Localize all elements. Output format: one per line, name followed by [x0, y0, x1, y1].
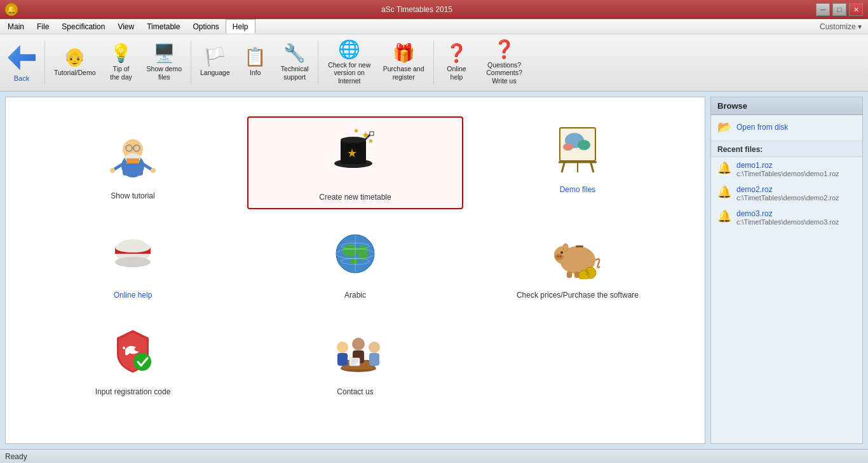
title-bar: 🔔 aSc Timetables 2015 ─ □ ✕ [0, 0, 868, 19]
grid-item-input-reg[interactable]: Input registration code [25, 319, 241, 403]
toolbar-tipday-btn[interactable]: 💡 Tip ofthe day [102, 37, 140, 88]
open-from-disk-button[interactable]: 📂 Open from disk [711, 115, 862, 139]
info-icon: 📋 [244, 48, 266, 66]
toolbar-tutorial-btn[interactable]: 👴 Tutorial/Demo [49, 37, 101, 88]
online-help-icon [107, 228, 158, 286]
menu-options[interactable]: Options [186, 19, 225, 34]
toolbar-info-btn[interactable]: 📋 Info [236, 37, 275, 88]
file-name-2: demo2.roz [736, 185, 839, 194]
back-label: Back [14, 74, 29, 82]
grid-item-demo-files[interactable]: Demo files [470, 116, 686, 209]
open-from-disk-label: Open from disk [736, 123, 788, 132]
demo-files-label: Demo files [560, 185, 596, 194]
sidebar: Browse 📂 Open from disk Recent files: 🔔 … [710, 97, 863, 444]
svg-rect-49 [576, 245, 583, 247]
input-reg-label: Input registration code [95, 387, 171, 396]
grid-item-create-timetable[interactable]: ★ ★ ★ ★ Create new timetable [247, 116, 463, 209]
file-info-3: demo3.roz c:\TimetTables\demos\demo3.roz [736, 209, 839, 226]
svg-rect-13 [370, 132, 374, 135]
svg-rect-11 [126, 158, 139, 163]
svg-point-56 [123, 347, 125, 349]
language-icon: 🏳️ [204, 48, 226, 66]
toolbar-showdemo-btn[interactable]: 🖥️ Show demofiles [142, 37, 187, 88]
toolbar-questions-btn[interactable]: ❓ Questions?Comments? Write us [477, 37, 532, 88]
questions-icon: ❓ [493, 41, 515, 59]
toolbar-checkver-btn[interactable]: 🌐 Check for newversion on Internet [322, 37, 377, 88]
grid-item-online-help[interactable]: Online help [25, 222, 241, 306]
toolbar-checkver-label: Check for newversion on Internet [327, 61, 372, 85]
menu-specification[interactable]: Specification [55, 19, 111, 34]
menu-file[interactable]: File [31, 19, 55, 34]
svg-rect-50 [567, 272, 572, 278]
tutorial-icon: 👴 [64, 48, 86, 66]
minimize-button[interactable]: ─ [816, 3, 830, 16]
toolbar-onlinehelp-label: Onlinehelp [447, 65, 466, 81]
grid-item-contact-us[interactable]: Contact us [247, 319, 463, 403]
toolbar-purchase-label: Purchase andregister [383, 65, 424, 81]
status-bar: Ready [0, 449, 868, 463]
title-bar-left: 🔔 [5, 3, 18, 16]
svg-point-44 [555, 254, 564, 260]
recent-file-3[interactable]: 🔔 demo3.roz c:\TimetTables\demos\demo3.r… [711, 205, 862, 230]
toolbar-language-label: Language [200, 69, 230, 77]
contact-us-label: Contact us [337, 387, 373, 396]
magic-hat-icon: ★ ★ ★ ★ [327, 124, 384, 188]
main-grid: Show tutorial ★ ★ ★ [18, 110, 692, 409]
svg-point-60 [337, 342, 348, 353]
purchase-icon: 🎁 [393, 45, 415, 62]
piggy-bank-icon: $ [549, 228, 606, 286]
technical-icon: 🔧 [283, 45, 306, 62]
menu-help[interactable]: Help [226, 19, 255, 34]
svg-text:$: $ [585, 269, 589, 276]
shield-icon [107, 325, 158, 382]
grid-item-arabic[interactable]: Arabic [247, 222, 463, 306]
back-button[interactable]: Back [3, 37, 41, 88]
bell-icon-1: 🔔 [717, 161, 731, 175]
toolbar-technical-label: Technicalsupport [281, 65, 309, 81]
globe-icon [330, 228, 381, 286]
svg-point-26 [578, 140, 590, 150]
tutorial-label: Show tutorial [111, 191, 154, 200]
recent-file-2[interactable]: 🔔 demo2.roz c:\TimetTables\demos\demo2.r… [711, 181, 862, 205]
app-icon: 🔔 [5, 3, 18, 16]
menu-main[interactable]: Main [1, 19, 31, 34]
recent-file-1[interactable]: 🔔 demo1.roz c:\TimetTables\demos\demo1.r… [711, 157, 862, 181]
toolbar-separator-4 [433, 41, 434, 85]
svg-rect-65 [369, 353, 379, 366]
grid-item-show-tutorial[interactable]: Show tutorial [25, 116, 241, 209]
showdemo-icon: 🖥️ [153, 45, 175, 62]
svg-point-46 [560, 256, 562, 258]
toolbar-separator-1 [44, 41, 45, 85]
status-text: Ready [5, 452, 27, 461]
main-area: Show tutorial ★ ★ ★ [0, 92, 868, 449]
toolbar-separator-2 [191, 41, 191, 85]
file-info-2: demo2.roz c:\TimetTables\demos\demo2.roz [736, 185, 839, 202]
check-prices-label: Check prices/Purchase the software [517, 291, 639, 300]
file-path-1: c:\TimetTables\demos\demo1.roz [736, 170, 839, 177]
file-path-3: c:\TimetTables\demos\demo3.roz [736, 218, 839, 226]
toolbar-tutorial-label: Tutorial/Demo [54, 69, 96, 77]
svg-point-47 [560, 251, 563, 254]
toolbar-purchase-btn[interactable]: 🎁 Purchase andregister [378, 37, 430, 88]
toolbar-info-label: Info [250, 69, 261, 77]
palette-icon [552, 123, 603, 180]
toolbar: Back 👴 Tutorial/Demo 💡 Tip ofthe day 🖥️ … [0, 34, 868, 92]
back-arrow-icon [8, 44, 36, 72]
grid-item-check-prices[interactable]: $ Check prices/Purchase the software [470, 222, 686, 306]
menu-view[interactable]: View [111, 19, 140, 34]
checkver-icon: 🌐 [338, 41, 360, 59]
folder-open-icon: 📂 [717, 120, 731, 134]
window-title: aSc Timetables 2015 [18, 5, 816, 14]
maximize-button[interactable]: □ [832, 3, 846, 16]
svg-point-19 [341, 137, 366, 143]
window-controls: ─ □ ✕ [816, 3, 863, 16]
toolbar-language-btn[interactable]: 🏳️ Language [195, 37, 235, 88]
customize-button[interactable]: Customize ▾ [820, 22, 867, 31]
file-name-1: demo1.roz [736, 161, 839, 170]
toolbar-onlinehelp-btn[interactable]: ❓ Onlinehelp [438, 37, 476, 88]
close-button[interactable]: ✕ [849, 3, 863, 16]
menu-timetable[interactable]: Timetable [140, 19, 186, 34]
toolbar-technical-btn[interactable]: 🔧 Technicalsupport [276, 37, 314, 88]
toolbar-tipday-label: Tip ofthe day [110, 65, 132, 81]
svg-point-62 [352, 338, 365, 350]
